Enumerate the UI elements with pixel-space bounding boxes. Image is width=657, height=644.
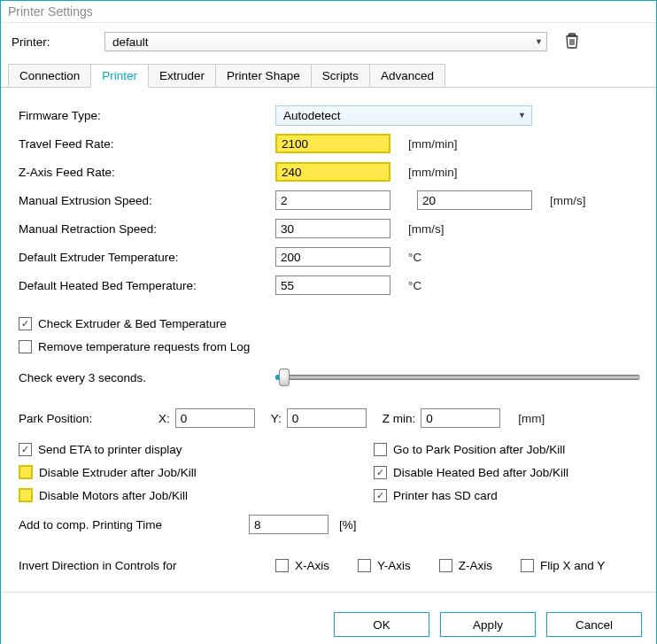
invert-z-label: Z-Axis [459,559,492,572]
z-feed-unit: [mm/min] [408,166,458,179]
firmware-type-label: Firmware Type: [19,109,275,122]
tab-advanced[interactable]: Advanced [369,64,445,88]
tab-printer-shape[interactable]: Printer Shape [215,64,312,88]
tab-bar: Connection Printer Extruder Printer Shap… [1,64,656,89]
send-eta-checkbox[interactable]: ✓ [19,443,32,456]
retraction-speed-label: Manual Retraction Speed: [19,222,275,236]
park-zmin-input[interactable] [421,408,500,428]
invert-x-label: X-Axis [295,559,329,572]
printer-dropdown[interactable]: default ▼ [104,32,547,51]
z-feed-label: Z-Axis Feed Rate: [19,166,275,179]
disable-bed-label: Disable Heated Bed after Job/Kill [393,466,568,479]
ok-button[interactable]: OK [334,612,429,637]
bed-temp-label: Default Heated Bed Temperature: [19,279,275,292]
firmware-type-value: Autodetect [283,109,341,122]
printer-tab-panel: Firmware Type: Autodetect ▼ Travel Feed … [1,89,656,600]
remove-log-checkbox[interactable] [19,340,32,353]
gotopark-checkbox[interactable] [374,443,387,456]
addcomp-unit: [%] [339,518,357,531]
disable-extruder-checkbox[interactable] [19,465,33,479]
ext-temp-label: Default Extruder Temperature: [19,251,275,264]
tab-printer[interactable]: Printer [90,64,149,88]
addcomp-label: Add to comp. Printing Time [19,518,249,531]
park-x-label: X: [158,412,170,425]
addcomp-input[interactable] [249,515,328,534]
park-position-label: Park Position: [19,412,158,425]
printer-selector-row: Printer: default ▼ [1,23,656,60]
invert-y-label: Y-Axis [377,559,411,572]
chevron-down-icon: ▼ [518,111,526,120]
tab-connection[interactable]: Connection [8,64,91,88]
chevron-down-icon: ▼ [535,37,543,46]
flip-xy-label: Flip X and Y [540,559,605,572]
park-unit: [mm] [518,412,545,425]
ext-temp-unit: °C [408,251,421,264]
retraction-speed-unit: [mm/s] [408,222,444,236]
tab-scripts[interactable]: Scripts [311,64,370,88]
invert-x-checkbox[interactable] [275,559,289,572]
ext-temp-input[interactable] [275,247,390,267]
window-title: Printer Settings [1,1,656,23]
park-x-input[interactable] [175,408,255,428]
tab-extruder[interactable]: Extruder [148,64,216,88]
disable-motors-label: Disable Motors after Job/Kill [39,489,188,502]
printer-label: Printer: [12,35,96,49]
firmware-type-select[interactable]: Autodetect ▼ [275,105,532,126]
check-every-label: Check every 3 seconds. [19,371,275,384]
check-temp-checkbox[interactable]: ✓ [19,317,32,330]
bed-temp-unit: °C [408,279,421,292]
park-zmin-label: Z min: [383,412,416,425]
check-every-slider[interactable] [275,369,640,386]
slider-track [275,375,640,380]
extrusion-speed-input-2[interactable] [417,190,532,210]
has-sd-label: Printer has SD card [393,489,498,502]
flip-xy-checkbox[interactable] [521,559,534,572]
send-eta-label: Send ETA to printer display [38,443,182,456]
cancel-button[interactable]: Cancel [546,612,642,637]
invert-z-checkbox[interactable] [439,559,452,572]
park-y-input[interactable] [287,408,367,428]
apply-button[interactable]: Apply [440,612,536,637]
printer-dropdown-value: default [112,35,149,49]
disable-bed-checkbox[interactable]: ✓ [374,466,387,479]
bed-temp-input[interactable] [275,275,390,295]
extrusion-speed-unit: [mm/s] [550,194,586,207]
park-y-label: Y: [271,412,282,425]
travel-feed-unit: [mm/min] [408,137,458,151]
check-temp-label: Check Extruder & Bed Temperature [38,317,227,330]
invert-label: Invert Direction in Controls for [19,559,275,572]
travel-feed-input[interactable] [275,134,390,153]
remove-log-label: Remove temperature requests from Log [38,340,250,353]
has-sd-checkbox[interactable]: ✓ [374,489,387,502]
z-feed-input[interactable] [275,162,390,182]
retraction-speed-input[interactable] [275,219,390,238]
travel-feed-label: Travel Feed Rate: [19,137,275,151]
gotopark-label: Go to Park Position after Job/Kill [393,443,565,456]
dialog-button-bar: OK Apply Cancel [1,600,656,644]
extrusion-speed-input-1[interactable] [275,190,390,210]
extrusion-speed-label: Manual Extrusion Speed: [19,194,275,207]
disable-motors-checkbox[interactable] [19,488,33,502]
printer-settings-window: Printer Settings Printer: default ▼ Conn… [0,0,657,644]
invert-y-checkbox[interactable] [358,559,371,572]
slider-thumb[interactable] [279,369,290,386]
delete-printer-button[interactable] [565,33,579,51]
disable-extruder-label: Disable Extruder after Job/Kill [39,466,197,479]
trash-icon [565,33,579,49]
